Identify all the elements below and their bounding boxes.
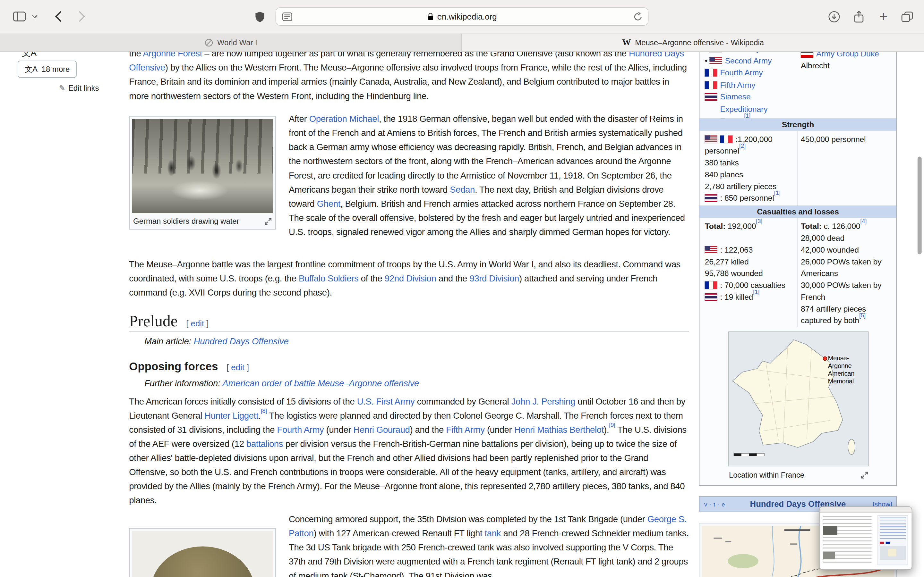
strength-row: 380 tanks [705,157,797,169]
share-button[interactable] [851,0,866,33]
preview-map [880,546,906,560]
strength-header: Strength [699,118,896,131]
wiki-link[interactable]: Second Army [725,56,772,65]
wiki-link[interactable]: Operation Michael [309,113,379,123]
wiki-link[interactable]: U.S. First Army [357,396,415,406]
wiki-link[interactable]: Henri Gouraud [354,424,410,434]
belligerent-row: • First Army [705,52,797,55]
reference-link[interactable]: [1] [753,288,759,295]
text-segment: of the [359,273,384,283]
flag-fr-icon [720,135,732,143]
wiki-link[interactable]: Ghent [317,198,341,208]
tab-overview-button[interactable] [899,0,915,33]
wiki-link[interactable]: Fourth Army [277,424,324,434]
screenshot-preview-thumbnail[interactable] [819,506,912,570]
text-segment: 2,780 artillery pieces [705,182,776,191]
edit-links-link[interactable]: ✎ Edit links [59,84,99,93]
pencil-icon: ✎ [59,84,65,93]
wiki-link[interactable]: Fourth Army [720,68,762,77]
back-button[interactable] [52,0,65,33]
text-segment: ). [604,424,609,434]
preview-image-block [823,526,837,535]
edit-links-label: Edit links [68,84,99,93]
casualty-row: : 19 killed[1] [705,292,797,303]
wiki-link[interactable]: Fifth Army [446,424,485,434]
url-display[interactable]: en.wikipedia.org [276,8,648,25]
address-bar[interactable]: en.wikipedia.org [276,8,648,25]
text-segment: 26,000 POWs taken by Americans [801,258,881,278]
edit-section-link[interactable]: [ edit ] [226,363,249,372]
wiki-link[interactable]: Fifth Army [720,81,755,89]
text-segment: ] [204,319,208,328]
reference-link[interactable]: [5] [859,312,866,318]
reference-link[interactable]: [9] [609,421,615,428]
reference-link[interactable]: [4] [860,218,867,224]
wiki-link[interactable]: 93rd Division [469,273,519,283]
wiki-link[interactable]: 92nd Division [384,273,436,283]
strength-row: 450,000 personnel [801,134,893,145]
reload-button[interactable] [632,8,644,25]
text-segment: : 850 personnel [720,193,774,203]
reference-link[interactable]: [1] [744,113,750,119]
wiki-link[interactable]: John J. Pershing [511,396,575,406]
belligerents-central-powers: Army Group Duke Albrecht [801,52,894,72]
wiki-link[interactable]: battalions [246,438,283,448]
text-segment: ) with 127 American-crewed Renault FT li… [313,528,485,538]
tab-meuse-argonne[interactable]: W Meuse–Argonne offensive - Wikipedia [462,34,924,51]
wiki-link[interactable]: First Army [725,52,760,53]
sidebar-menu-chevron[interactable] [31,0,39,33]
tab-label: Meuse–Argonne offensive - Wikipedia [635,38,764,47]
vertical-scrollbar-thumb[interactable] [918,157,922,255]
wiki-link[interactable]: edit [231,363,244,372]
expand-image-icon[interactable] [265,218,272,225]
wiki-link[interactable]: Buffalo Soldiers [299,273,359,283]
casualty-row: 42,000 wounded [801,244,893,256]
casualty-row: 26,277 killed [705,256,797,268]
sidebar-toggle-button[interactable] [12,0,27,33]
text-segment: Albrecht [801,61,830,70]
paragraph: the Argonne Forest – are now lumped toge… [129,52,689,103]
reference-link[interactable]: [3] [756,218,762,224]
languages-button[interactable]: 文A 18 more [18,61,77,77]
expand-map-icon[interactable] [861,472,868,479]
belligerent-row: • Second Army [705,55,797,67]
wiki-link[interactable]: Argonne Forest [143,52,202,58]
wiki-link[interactable]: American order of battle Meuse–Argonne o… [222,378,419,388]
preview-flag-red [880,542,884,544]
edit-section-link[interactable]: [ edit ] [186,319,208,328]
lock-icon [427,13,433,21]
military-cap-photo[interactable] [132,531,273,577]
text-segment: Total: [801,222,822,231]
wiki-link[interactable]: Siamese [720,92,750,101]
paragraph: The American forces initially consisted … [129,395,689,508]
paragraph: Concerning armored support, the 35th Div… [289,512,690,577]
new-tab-button[interactable]: + [876,0,891,33]
text-segment: ) and the [410,424,446,434]
tab-world-war-1[interactable]: World War I [0,34,462,51]
casualty-row: 95,786 wounded [705,268,797,280]
forward-button[interactable] [75,0,88,33]
france-location-map[interactable]: Meuse-Argonne American Memorial [729,332,868,466]
paragraph: After Operation Michael, the 1918 German… [289,112,690,239]
reference-link[interactable]: [2] [739,142,746,149]
downloads-button[interactable] [826,0,842,33]
wiki-link[interactable]: Henri Mathias Berthelot [514,424,604,434]
reference-link[interactable]: [1] [774,189,780,196]
german-soldiers-photo[interactable] [132,119,273,213]
wiki-link[interactable]: tank [485,528,501,538]
privacy-report-button[interactable] [254,0,266,33]
wikipedia-page: 文A 文A 18 more ✎ Edit links the Argonne F… [0,52,924,577]
reference-link[interactable]: [8] [261,407,267,414]
wiki-link[interactable]: Sedan [450,184,475,194]
wiki-link[interactable]: Hunter Liggett [204,410,258,420]
wiki-link[interactable]: Army Group Duke [816,52,879,58]
text-segment: : 70,000 casualties [720,281,785,290]
casualty-row: : 70,000 casualties [705,279,797,292]
wiki-link[interactable]: Hundred Days Offensive [194,336,289,346]
main-article-hatnote: Main article: Hundred Days Offensive [144,335,289,348]
flag-fr-icon [705,282,717,289]
wiki-link[interactable]: edit [191,319,204,328]
text-segment: 95,786 wounded [705,269,763,278]
browser-toolbar: en.wikipedia.org + [0,0,924,33]
tab-bar: World War I W Meuse–Argonne offensive - … [0,33,924,52]
